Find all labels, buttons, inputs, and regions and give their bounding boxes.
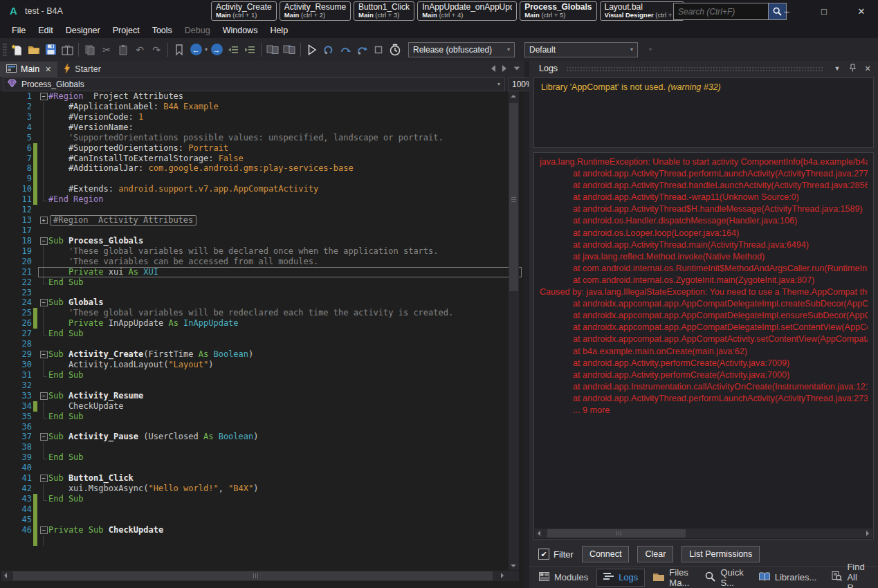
scrollbar-thumb[interactable] <box>547 529 686 538</box>
scroll-tabs-left-icon[interactable] <box>491 65 495 72</box>
code-line[interactable]: 44 <box>0 504 524 515</box>
fold-collapse-icon[interactable]: − <box>39 432 48 442</box>
code-line[interactable]: 22End Sub <box>0 277 524 288</box>
clear-button[interactable]: Clear <box>637 546 673 562</box>
code-line[interactable]: 17 <box>0 226 524 236</box>
scroll-left-icon[interactable] <box>538 531 540 536</box>
connect-button[interactable]: Connect <box>582 546 630 562</box>
code-line[interactable]: 18−Sub Process_Globals <box>0 236 524 246</box>
menu-help[interactable]: Help <box>264 24 294 37</box>
code-line[interactable]: 19 'These global variables will be decla… <box>0 246 524 257</box>
filter-checkbox-label[interactable]: ✔ Filter <box>538 549 574 560</box>
code-line[interactable]: 25 'These global variables will be redec… <box>0 308 524 318</box>
scroll-tabs-right-icon[interactable] <box>502 65 506 72</box>
menu-tools[interactable]: Tools <box>146 24 179 37</box>
fold-collapse-icon[interactable]: − <box>39 391 48 401</box>
save-icon[interactable] <box>43 42 58 58</box>
code-line[interactable]: 34 CheckUpdate <box>0 401 524 412</box>
code-lines[interactable]: 1−#Region Project Attributes2 #Applicati… <box>0 91 524 570</box>
code-line[interactable]: 13+#Region Activity Attributes <box>0 215 524 226</box>
fold-collapse-icon[interactable]: − <box>39 525 48 535</box>
scroll-down-icon[interactable] <box>511 564 516 567</box>
bookmark-icon[interactable] <box>172 42 187 58</box>
runtime-log-box[interactable]: java.lang.RuntimeException: Unable to st… <box>533 152 874 540</box>
list-permissions-button[interactable]: List Permissions <box>682 546 760 562</box>
pin-icon[interactable] <box>848 64 857 73</box>
code-line[interactable]: 31End Sub <box>0 370 524 380</box>
code-line[interactable]: 26 Private InAppUpdate As InAppUpdate <box>0 318 524 329</box>
navigate-forward-icon[interactable]: → <box>209 42 224 58</box>
code-line[interactable]: 11#End Region <box>0 194 524 205</box>
quick-tab-inappupdate_onappupdate[interactable]: InAppUpdate_onAppUpdateMain (ctrl + 4) <box>417 1 517 21</box>
scroll-right-icon[interactable] <box>866 531 869 536</box>
code-line[interactable]: 33−Sub Activity_Resume <box>0 391 524 401</box>
quick-tab-button1_click[interactable]: Button1_ClickMain (ctrl + 3) <box>354 1 414 21</box>
code-line[interactable]: 7 #CanInstallToExternalStorage: False <box>0 154 524 164</box>
code-line[interactable]: 35End Sub <box>0 412 524 422</box>
tab-starter[interactable]: Starter <box>57 62 107 77</box>
code-line[interactable]: 6 #SupportedOrientations: Portrait <box>0 143 524 154</box>
menu-designer[interactable]: Designer <box>60 24 107 37</box>
code-line[interactable]: 45 <box>0 515 524 525</box>
search-input[interactable] <box>674 3 768 19</box>
code-line[interactable]: 39End Sub <box>0 452 524 463</box>
fold-expand-icon[interactable]: + <box>39 215 48 226</box>
member-select[interactable]: Process_Globals ▾ <box>3 77 505 91</box>
code-line[interactable]: 5 'SupportedOrientations possible values… <box>0 133 524 143</box>
fold-collapse-icon[interactable]: − <box>39 91 48 102</box>
quick-tab-layout.bal[interactable]: Layout.balVisual Designer (ctrl + 6) <box>600 1 685 21</box>
code-line[interactable]: 30 Activity.LoadLayout("Layout") <box>0 360 524 370</box>
filter-checkbox[interactable]: ✔ <box>538 549 549 560</box>
code-line[interactable]: 37−Sub Activity_Pause (UserClosed As Boo… <box>0 432 524 442</box>
quick-tab-activity_create[interactable]: Activity_CreateMain (ctrl + 1) <box>211 1 277 21</box>
code-line[interactable] <box>0 535 524 546</box>
scroll-left-icon[interactable] <box>4 573 7 578</box>
menu-edit[interactable]: Edit <box>32 24 60 37</box>
code-line[interactable]: 28 <box>0 339 524 349</box>
new-project-icon[interactable] <box>10 42 25 58</box>
quick-tab-activity_resume[interactable]: Activity_ResumeMain (ctrl + 2) <box>280 1 351 21</box>
menu-debug[interactable]: Debug <box>179 24 217 37</box>
code-line[interactable]: 38 <box>0 442 524 452</box>
logs-panel-header[interactable]: Logs ▼ ✕ <box>529 61 878 76</box>
fold-collapse-icon[interactable]: − <box>39 349 48 360</box>
tab-main[interactable]: Main ✕ <box>0 62 57 77</box>
close-panel-icon[interactable]: ✕ <box>863 64 872 73</box>
code-line[interactable]: 8 #AdditionalJar: com.google.android.gms… <box>0 163 524 174</box>
code-line[interactable]: 27End Sub <box>0 329 524 339</box>
fold-collapse-icon[interactable]: − <box>39 473 48 484</box>
code-line[interactable]: 24−Sub Globals <box>0 297 524 308</box>
editor-horizontal-scrollbar[interactable] <box>1 571 519 581</box>
compiler-warnings-box[interactable]: Library 'AppCompat' is not used. (warnin… <box>533 77 874 148</box>
tool-tab-libraries[interactable]: Libraries... <box>752 569 824 587</box>
code-line[interactable]: 1−#Region Project Attributes <box>0 91 524 102</box>
open-project-icon[interactable] <box>26 42 42 58</box>
code-line[interactable]: 36 <box>0 422 524 432</box>
run-icon[interactable] <box>304 42 320 58</box>
code-line[interactable]: 9 <box>0 174 524 184</box>
code-line[interactable]: 40 <box>0 463 524 473</box>
code-line[interactable]: 42 xui.MsgboxAsync("Hello world!", "B4X"… <box>0 484 524 494</box>
toolbar-overflow-icon[interactable]: ▾ <box>649 46 652 53</box>
minimize-icon[interactable]: – <box>780 6 794 17</box>
code-line[interactable]: 4 #VersionName: <box>0 122 524 133</box>
tool-tab-modules[interactable]: Modules <box>532 569 595 587</box>
menu-project[interactable]: Project <box>107 24 146 37</box>
flavor-select[interactable]: Default ▾ <box>524 42 638 57</box>
close-icon[interactable]: ✕ <box>854 6 868 17</box>
navigate-back-icon[interactable]: ← <box>188 42 203 58</box>
build-configuration-select[interactable]: Release (obfuscated) ▾ <box>408 42 515 57</box>
fold-collapse-icon[interactable]: − <box>39 236 48 246</box>
close-tab-icon[interactable]: ✕ <box>45 65 51 74</box>
code-line[interactable]: 43End Sub <box>0 494 524 504</box>
tab-list-icon[interactable] <box>514 66 520 70</box>
tool-tab-logs[interactable]: Logs <box>596 569 645 587</box>
editor-vertical-scrollbar[interactable] <box>509 91 519 570</box>
scroll-right-icon[interactable] <box>501 573 504 578</box>
log-horizontal-scrollbar[interactable] <box>535 529 872 538</box>
export-zip-icon[interactable] <box>60 42 75 58</box>
tool-tab-files-ma[interactable]: Files Ma... <box>646 564 697 588</box>
code-line[interactable]: 20 'These variables can be accessed from… <box>0 257 524 267</box>
toolbar-grip[interactable] <box>3 43 7 57</box>
code-line[interactable]: 41−Sub Button1_Click <box>0 473 524 484</box>
